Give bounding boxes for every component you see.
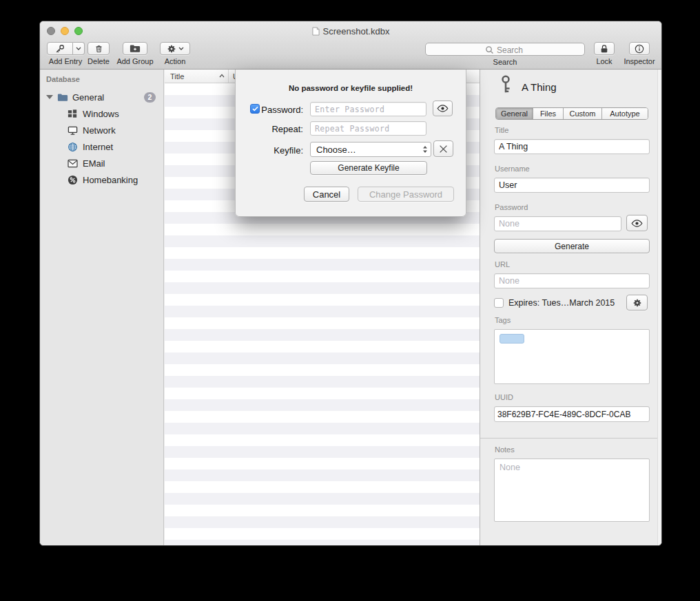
- windows-icon: [68, 108, 79, 119]
- action-label: Action: [158, 57, 192, 65]
- inspector-divider: [480, 438, 662, 439]
- inspector-toolbar-item: Inspector: [620, 42, 659, 65]
- change-password-button[interactable]: Change Password: [358, 187, 454, 202]
- gear-icon: [632, 298, 642, 308]
- envelope-icon: [68, 158, 79, 169]
- tags-box[interactable]: [494, 329, 650, 384]
- sidebar-item-network[interactable]: Network: [40, 122, 163, 138]
- title-field[interactable]: [494, 139, 650, 154]
- expires-settings-button[interactable]: [626, 295, 648, 310]
- search-toolbar-item: Search: [425, 43, 585, 66]
- add-entry-dropdown-button[interactable]: [73, 42, 85, 55]
- uuid-field[interactable]: [494, 406, 650, 422]
- sidebar-item-internet[interactable]: Internet: [40, 138, 163, 155]
- action-button[interactable]: [160, 42, 190, 55]
- chevron-down-icon: [76, 47, 81, 50]
- entry-count-badge: 2: [144, 92, 156, 103]
- sidebar-item-label: EMail: [83, 158, 105, 169]
- sidebar-item-label: Network: [83, 125, 116, 136]
- monitor-icon: [68, 125, 79, 136]
- sidebar: Database General 2 Windows Network: [40, 70, 164, 545]
- sidebar-item-label: Internet: [83, 142, 113, 152]
- url-field[interactable]: [494, 273, 650, 288]
- document-icon: [312, 27, 320, 36]
- app-window: Screenshot.kdbx Add Entry: [39, 21, 662, 546]
- sort-ascending-icon: [219, 74, 225, 78]
- uuid-label: UUID: [495, 393, 513, 401]
- inspector-button[interactable]: [629, 42, 650, 55]
- sidebar-item-email[interactable]: EMail: [40, 155, 163, 171]
- repeat-label: Repeat:: [236, 124, 303, 134]
- repeat-password-input[interactable]: [310, 121, 426, 136]
- titlebar[interactable]: Screenshot.kdbx: [40, 21, 661, 41]
- url-field-label: URL: [495, 260, 510, 268]
- inspector-label: Inspector: [620, 57, 659, 65]
- delete-toolbar-item: Delete: [85, 42, 112, 65]
- add-entry-label: Add Entry: [45, 57, 85, 65]
- sidebar-section-header: Database: [46, 75, 80, 83]
- change-password-dialog: No password or keyfile supplied! Passwor…: [235, 70, 466, 217]
- disclosure-triangle-icon[interactable]: [46, 95, 53, 99]
- trash-icon: [94, 44, 103, 54]
- delete-label: Delete: [85, 57, 112, 65]
- notes-placeholder: None: [495, 459, 649, 476]
- notes-box[interactable]: None: [494, 458, 650, 522]
- add-entry-button[interactable]: [47, 42, 73, 55]
- password-input[interactable]: [310, 102, 426, 116]
- keyfile-label: Keyfile:: [236, 145, 303, 156]
- globe-icon: [68, 141, 79, 152]
- expires-checkbox[interactable]: [494, 298, 504, 308]
- percent-icon: [68, 174, 79, 185]
- keyfile-popup-value: Choose…: [316, 145, 356, 155]
- username-field[interactable]: [494, 178, 650, 193]
- sidebar-item-homebanking[interactable]: Homebanking: [40, 171, 163, 188]
- generate-keyfile-button[interactable]: Generate Keyfile: [310, 161, 427, 175]
- sidebar-item-label: Homebanking: [83, 175, 138, 185]
- sidebar-item-general[interactable]: General 2: [40, 89, 163, 105]
- show-password-button[interactable]: [433, 101, 453, 116]
- tag-chip[interactable]: [500, 334, 524, 344]
- keyfile-popup[interactable]: Choose…: [310, 142, 431, 157]
- generate-password-button[interactable]: Generate: [494, 239, 650, 253]
- folder-icon: [57, 92, 68, 103]
- search-icon: [485, 45, 494, 54]
- tags-label: Tags: [495, 316, 511, 324]
- tab-general[interactable]: General: [496, 108, 533, 119]
- password-field[interactable]: [494, 216, 621, 231]
- eye-icon: [437, 105, 449, 112]
- column-header-title[interactable]: Title: [165, 70, 229, 83]
- lock-button[interactable]: [594, 42, 615, 55]
- column-title-label: Title: [170, 72, 184, 81]
- add-entry-toolbar-item: Add Entry: [45, 42, 85, 65]
- tab-custom[interactable]: Custom: [564, 108, 602, 119]
- inspector-scrollbar[interactable]: [657, 70, 662, 545]
- action-toolbar-item: Action: [158, 42, 192, 65]
- eye-icon: [631, 220, 643, 227]
- toolbar: Add Entry Delete Add Group: [40, 41, 661, 70]
- reveal-password-button[interactable]: [626, 215, 648, 231]
- tab-autotype[interactable]: Autotype: [602, 108, 648, 119]
- sidebar-item-windows[interactable]: Windows: [40, 105, 163, 122]
- window-title: Screenshot.kdbx: [323, 26, 390, 36]
- expires-label: Expires: Tues…March 2015: [508, 298, 615, 308]
- stepper-icon: [422, 145, 428, 154]
- close-x-icon: [439, 145, 448, 154]
- folder-plus-icon: [130, 44, 141, 53]
- info-icon: [635, 44, 644, 54]
- cancel-button[interactable]: Cancel: [304, 187, 349, 202]
- entry-title: A Thing: [522, 81, 557, 93]
- dialog-message: No password or keyfile supplied!: [236, 84, 466, 92]
- password-label: Password:: [236, 105, 303, 115]
- sidebar-item-label: General: [72, 92, 104, 103]
- clear-keyfile-button[interactable]: [433, 140, 453, 157]
- search-label: Search: [425, 58, 585, 66]
- chevron-down-icon: [178, 47, 184, 50]
- delete-button[interactable]: [88, 42, 110, 55]
- search-input[interactable]: [426, 45, 584, 56]
- lock-toolbar-item: Lock: [591, 42, 617, 65]
- lock-label: Lock: [591, 57, 617, 65]
- add-group-button[interactable]: [123, 42, 147, 55]
- add-group-label: Add Group: [114, 57, 156, 65]
- tab-files[interactable]: Files: [533, 108, 564, 119]
- notes-label: Notes: [495, 445, 515, 454]
